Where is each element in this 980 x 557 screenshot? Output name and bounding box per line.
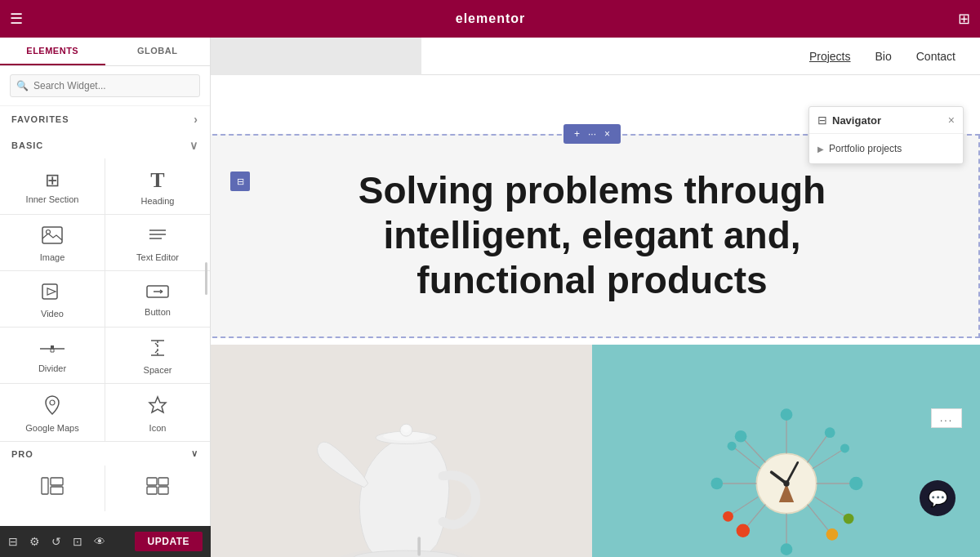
update-button[interactable]: UPDATE	[135, 532, 203, 551]
sidebar: ELEMENTS GLOBAL 🔍 FAVORITES › BASIC ∨ In…	[0, 38, 211, 557]
main-layout: ELEMENTS GLOBAL 🔍 FAVORITES › BASIC ∨ In…	[0, 38, 980, 557]
chat-icon: 💬	[928, 488, 948, 508]
sidebar-tabs: ELEMENTS GLOBAL	[0, 38, 210, 66]
settings-icon[interactable]: ⚙	[29, 535, 40, 548]
nav-link-bio[interactable]: Bio	[875, 50, 892, 63]
widget-video[interactable]: Video	[0, 271, 105, 327]
canvas-nav: Projects Bio Contact	[421, 38, 980, 75]
svg-marker-6	[47, 288, 56, 295]
navigator-panel: ⊟ Navigator × ▶ Portfolio projects	[808, 106, 964, 164]
svg-point-39	[824, 427, 835, 438]
clock-image	[697, 394, 876, 557]
image-row	[211, 345, 980, 557]
history-icon[interactable]: ↺	[51, 535, 61, 548]
svg-point-47	[736, 524, 750, 538]
more-options-dots[interactable]: ...	[931, 408, 962, 428]
tab-global[interactable]: GLOBAL	[105, 38, 211, 65]
favorites-section-header[interactable]: FAVORITES ›	[0, 106, 210, 132]
widget-image[interactable]: Image	[0, 215, 105, 270]
widget-button[interactable]: Button	[105, 271, 210, 327]
svg-point-32	[402, 425, 409, 432]
navigator-content: ▶ Portfolio projects	[809, 134, 963, 163]
divider-icon	[40, 341, 65, 359]
svg-point-59	[727, 442, 736, 451]
top-bar: ☰ elementor ⊞	[0, 0, 980, 38]
section-handle-bar: + ··· ×	[564, 124, 621, 144]
section-close-icon[interactable]: ×	[602, 128, 612, 140]
layers-icon[interactable]: ⊟	[8, 535, 18, 548]
widget-spacer[interactable]: Spacer	[105, 328, 210, 383]
svg-line-18	[155, 350, 158, 353]
svg-point-37	[780, 408, 792, 421]
divider-label: Divider	[38, 363, 66, 373]
widget-text-editor[interactable]: Text Editor	[105, 215, 210, 270]
nav-link-projects[interactable]: Projects	[809, 50, 851, 63]
nav-item-label: Portfolio projects	[829, 143, 902, 154]
svg-rect-22	[51, 478, 63, 485]
hamburger-menu-icon[interactable]: ☰	[10, 10, 23, 28]
pro-widgets-grid	[0, 466, 210, 511]
basic-section-header[interactable]: BASIC ∨	[0, 132, 210, 158]
svg-line-50	[742, 439, 765, 462]
widget-icon[interactable]: Icon	[105, 384, 210, 441]
chat-button[interactable]: 💬	[920, 480, 956, 516]
google-maps-label: Google Maps	[25, 423, 78, 433]
sidebar-resize-handle[interactable]	[203, 0, 209, 557]
svg-rect-21	[42, 478, 48, 494]
hero-section: Solving problems through intelligent, el…	[211, 134, 980, 338]
navigator-close-icon[interactable]: ×	[948, 114, 955, 127]
svg-marker-12	[51, 345, 54, 349]
resize-handle-bar	[205, 262, 207, 295]
video-label: Video	[41, 309, 64, 319]
svg-rect-34	[417, 537, 421, 555]
grid-icon[interactable]: ⊞	[958, 10, 970, 28]
widget-inner-section[interactable]: Inner Section	[0, 158, 105, 214]
responsive-icon[interactable]: ⊡	[73, 535, 82, 548]
widget-pro-1[interactable]	[0, 466, 105, 511]
basic-chevron-icon: ∨	[189, 139, 198, 152]
eye-icon[interactable]: 👁	[94, 535, 105, 548]
svg-line-38	[807, 434, 827, 462]
svg-line-56	[730, 497, 758, 515]
svg-point-51	[734, 430, 746, 443]
svg-rect-23	[51, 487, 63, 494]
section-add-icon[interactable]: +	[572, 128, 582, 140]
widget-divider[interactable]: Divider	[0, 328, 105, 383]
svg-rect-27	[158, 487, 168, 494]
svg-point-53	[840, 443, 849, 452]
widget-pro-2[interactable]	[105, 466, 210, 511]
button-label: Button	[145, 307, 171, 317]
image-cell-clock	[592, 345, 980, 557]
search-input[interactable]	[10, 74, 200, 97]
svg-point-19	[50, 400, 55, 405]
svg-line-58	[733, 448, 760, 469]
elementor-logo: elementor	[33, 11, 948, 26]
google-maps-icon	[43, 395, 61, 418]
section-move-icon[interactable]: ···	[586, 128, 599, 140]
svg-line-52	[813, 450, 843, 469]
navigator-item-portfolio[interactable]: ▶ Portfolio projects	[817, 140, 955, 157]
basic-widgets-grid: Inner Section T Heading Image	[0, 158, 210, 441]
icon-widget-label: Icon	[149, 423, 167, 433]
svg-point-43	[826, 528, 838, 541]
svg-rect-24	[147, 478, 157, 485]
hero-heading: Solving problems through intelligent, el…	[306, 168, 878, 304]
section-edit-handle[interactable]: ⊟	[230, 172, 250, 191]
svg-rect-0	[42, 227, 62, 243]
svg-line-54	[814, 497, 846, 518]
favorites-label: FAVORITES	[11, 114, 69, 124]
basic-label: BASIC	[11, 140, 43, 150]
favorites-chevron-icon: ›	[194, 113, 198, 126]
widget-heading[interactable]: T Heading	[105, 158, 210, 214]
tab-elements[interactable]: ELEMENTS	[0, 38, 105, 65]
video-icon	[42, 283, 63, 304]
pro2-icon	[146, 477, 169, 498]
nav-link-contact[interactable]: Contact	[916, 50, 956, 63]
svg-point-63	[783, 480, 789, 486]
image-icon	[42, 226, 63, 247]
pro-section-header[interactable]: PRO ∨	[0, 441, 210, 466]
widget-search-container: 🔍	[0, 66, 210, 106]
widget-google-maps[interactable]: Google Maps	[0, 384, 105, 441]
content-area: Projects Bio Contact + ··· × ⊟ Solving p…	[211, 38, 980, 557]
bottom-bar: ⊟ ⚙ ↺ ⊡ 👁 UPDATE	[0, 526, 211, 557]
